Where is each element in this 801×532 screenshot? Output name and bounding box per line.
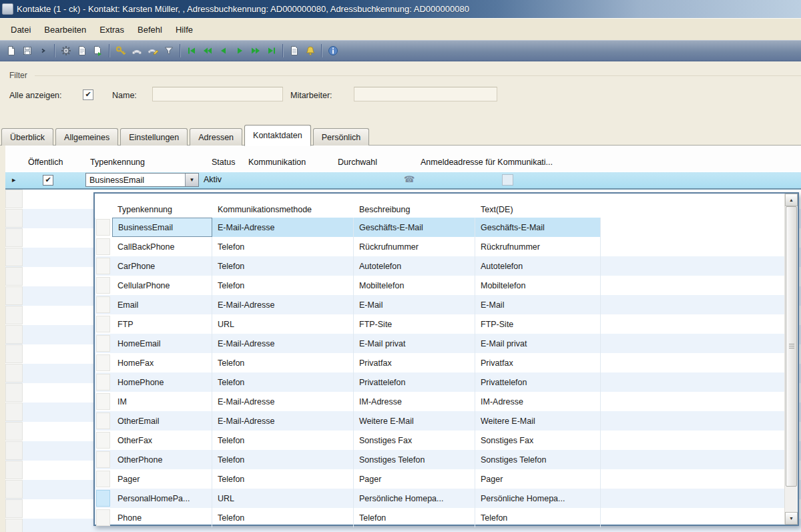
dropdown-column-header[interactable]: Text(DE) bbox=[475, 205, 601, 218]
dropdown-row-im[interactable]: IME-Mail-AdresseIM-AdresseIM-Adresse bbox=[95, 392, 798, 411]
scrollbar-down-icon[interactable]: ▼ bbox=[785, 512, 798, 525]
row-selector-gutter bbox=[5, 286, 23, 305]
nav-first-icon[interactable] bbox=[184, 43, 200, 59]
expand-chevron-icon[interactable] bbox=[35, 43, 51, 59]
tab-pers-nlich[interactable]: Persönlich bbox=[313, 128, 369, 146]
filter-funnel-icon[interactable] bbox=[161, 43, 177, 59]
name-input[interactable] bbox=[152, 87, 283, 101]
dropdown-column-header[interactable]: Typenkennung bbox=[112, 205, 212, 218]
grid-column-header[interactable]: Öffentlich bbox=[28, 158, 63, 167]
grid-column-header[interactable]: Anmeldeadresse für Kommunikati... bbox=[421, 158, 553, 167]
new-document-icon[interactable] bbox=[3, 43, 19, 59]
grid-column-header[interactable]: Durchwahl bbox=[338, 158, 377, 167]
combo-dropdown-icon[interactable]: ▼ bbox=[185, 174, 198, 186]
dropdown-cell: Email bbox=[112, 295, 212, 314]
row-selector-gutter bbox=[5, 190, 23, 208]
dropdown-row-carphone[interactable]: CarPhoneTelefonAutotelefonAutotelefon bbox=[95, 256, 798, 276]
nav-last-icon[interactable] bbox=[264, 43, 280, 59]
oeffentlich-checkbox[interactable]: ✔ bbox=[43, 175, 53, 186]
nav-fast-back-icon[interactable] bbox=[200, 43, 216, 59]
phone-edit-icon[interactable] bbox=[145, 43, 161, 59]
scrollbar-up-icon[interactable]: ▲ bbox=[785, 194, 798, 206]
dropdown-row-callbackphone[interactable]: CallBackPhoneTelefonRückrufnummerRückruf… bbox=[95, 237, 798, 256]
dropdown-column-header[interactable]: Beschreibung bbox=[354, 205, 475, 218]
dropdown-cell: FTP bbox=[112, 314, 212, 334]
grid-column-header[interactable]: Typenkennung bbox=[90, 158, 145, 167]
dropdown-row-otherfax[interactable]: OtherFaxTelefonSonstiges FaxSonstiges Fa… bbox=[95, 431, 798, 450]
notification-bell-icon[interactable] bbox=[302, 43, 318, 59]
phone-icon[interactable] bbox=[129, 43, 145, 59]
dropdown-cell: E-Mail-Adresse bbox=[212, 218, 354, 237]
gear-icon[interactable] bbox=[58, 43, 74, 59]
tab-allgemeines[interactable]: Allgemeines bbox=[55, 128, 118, 146]
dropdown-cell: E-Mail-Adresse bbox=[212, 392, 354, 411]
row-selector-gutter bbox=[5, 228, 23, 247]
grid-column-header[interactable]: Status bbox=[212, 158, 235, 167]
titlebar: Kontakte (1 - ck) - Kontakt: Karsten Mül… bbox=[0, 0, 801, 18]
document-icon[interactable] bbox=[74, 43, 90, 59]
row-selector-gutter bbox=[5, 267, 23, 286]
dropdown-column-header[interactable]: Kommunikationsmethode bbox=[212, 205, 354, 218]
mitarbeiter-input[interactable] bbox=[354, 87, 497, 101]
grid-current-row[interactable]: ▸ ✔ BusinessEmail ▼ Aktiv ☎ bbox=[5, 172, 801, 190]
row-selector-gutter bbox=[5, 209, 23, 228]
dropdown-row-ftp[interactable]: FTPURLFTP-SiteFTP-Site bbox=[95, 314, 798, 334]
row-selector-gutter bbox=[5, 344, 23, 363]
menu-item-befehl[interactable]: Befehl bbox=[131, 23, 169, 37]
window-title: Kontakte (1 - ck) - Kontakt: Karsten Mül… bbox=[17, 4, 469, 14]
save-icon[interactable] bbox=[19, 43, 35, 59]
dropdown-cell: OtherEmail bbox=[112, 411, 212, 431]
dropdown-cell: FTP-Site bbox=[354, 314, 475, 334]
tab-einstellungen[interactable]: Einstellungen bbox=[120, 128, 188, 146]
dropdown-row-gutter bbox=[95, 334, 112, 353]
nav-back-icon[interactable] bbox=[216, 43, 232, 59]
tab--berblick[interactable]: Überblick bbox=[1, 128, 53, 146]
typenkennung-combobox[interactable]: BusinessEmail ▼ bbox=[85, 173, 199, 187]
dropdown-cell: Autotelefon bbox=[475, 256, 601, 276]
scrollbar-thumb[interactable] bbox=[786, 206, 797, 487]
tab-kontaktdaten[interactable]: Kontaktdaten bbox=[244, 125, 311, 146]
nav-forward-icon[interactable] bbox=[232, 43, 248, 59]
dropdown-row-phone[interactable]: PhoneTelefonTelefonTelefon bbox=[95, 508, 798, 527]
durchwahl-phone-icon[interactable]: ☎ bbox=[404, 174, 415, 184]
dropdown-row-gutter bbox=[95, 237, 112, 256]
document-forward-icon[interactable] bbox=[90, 43, 106, 59]
dropdown-scrollbar[interactable]: ▲ ▼ bbox=[784, 194, 798, 525]
dropdown-row-gutter bbox=[95, 276, 112, 295]
row-selector-gutter bbox=[5, 383, 23, 402]
menubar: DateiBearbeitenExtrasBefehlHilfe bbox=[0, 18, 801, 40]
info-icon[interactable] bbox=[325, 43, 341, 59]
dropdown-cell: Persönliche Homepa... bbox=[475, 489, 601, 508]
dropdown-cell: E-Mail-Adresse bbox=[212, 295, 354, 314]
dropdown-cell: Telefon bbox=[212, 353, 354, 372]
dropdown-row-email[interactable]: EmailE-Mail-AdresseE-MailE-Mail bbox=[95, 295, 798, 314]
dropdown-cell: Weitere E-Mail bbox=[475, 411, 601, 431]
report-document-icon[interactable] bbox=[286, 43, 302, 59]
menu-item-bearbeiten[interactable]: Bearbeiten bbox=[37, 23, 93, 37]
menu-item-datei[interactable]: Datei bbox=[4, 23, 37, 37]
tab-adressen[interactable]: Adressen bbox=[190, 128, 242, 146]
dropdown-row-otheremail[interactable]: OtherEmailE-Mail-AdresseWeitere E-MailWe… bbox=[95, 411, 798, 431]
menu-item-hilfe[interactable]: Hilfe bbox=[169, 23, 200, 37]
toolbar-separator bbox=[321, 44, 322, 57]
window-left-margin bbox=[0, 146, 5, 532]
key-icon[interactable] bbox=[113, 43, 129, 59]
dropdown-cell: PersonalHomePa... bbox=[112, 489, 212, 508]
nav-fast-forward-icon[interactable] bbox=[248, 43, 264, 59]
dropdown-row-businessemail[interactable]: BusinessEmailE-Mail-AdresseGeschäfts-E-M… bbox=[95, 218, 798, 237]
show-all-checkbox[interactable]: ✔ bbox=[83, 89, 93, 100]
dropdown-row-personalhomepa-[interactable]: PersonalHomePa...URLPersönliche Homepa..… bbox=[95, 489, 798, 508]
dropdown-row-homefax[interactable]: HomeFaxTelefonPrivatfaxPrivatfax bbox=[95, 353, 798, 372]
anmeldeadresse-checkbox[interactable] bbox=[502, 174, 513, 186]
dropdown-row-filler bbox=[601, 237, 798, 256]
menu-item-extras[interactable]: Extras bbox=[93, 23, 131, 37]
dropdown-row-otherphone[interactable]: OtherPhoneTelefonSonstiges TelefonSonsti… bbox=[95, 450, 798, 469]
grid-column-header[interactable]: Kommunikation bbox=[248, 158, 306, 167]
dropdown-row-cellularphone[interactable]: CellularPhoneTelefonMobiltelefonMobiltel… bbox=[95, 276, 798, 295]
dropdown-row-pager[interactable]: PagerTelefonPagerPager bbox=[95, 469, 798, 489]
dropdown-row-homeemail[interactable]: HomeEmailE-Mail-AdresseE-Mail privatE-Ma… bbox=[95, 334, 798, 353]
dropdown-row-homephone[interactable]: HomePhoneTelefonPrivattelefonPrivattelef… bbox=[95, 372, 798, 392]
dropdown-cell: Sonstiges Telefon bbox=[354, 450, 475, 469]
row-selector-gutter bbox=[5, 519, 23, 532]
dropdown-cell: URL bbox=[212, 314, 354, 334]
